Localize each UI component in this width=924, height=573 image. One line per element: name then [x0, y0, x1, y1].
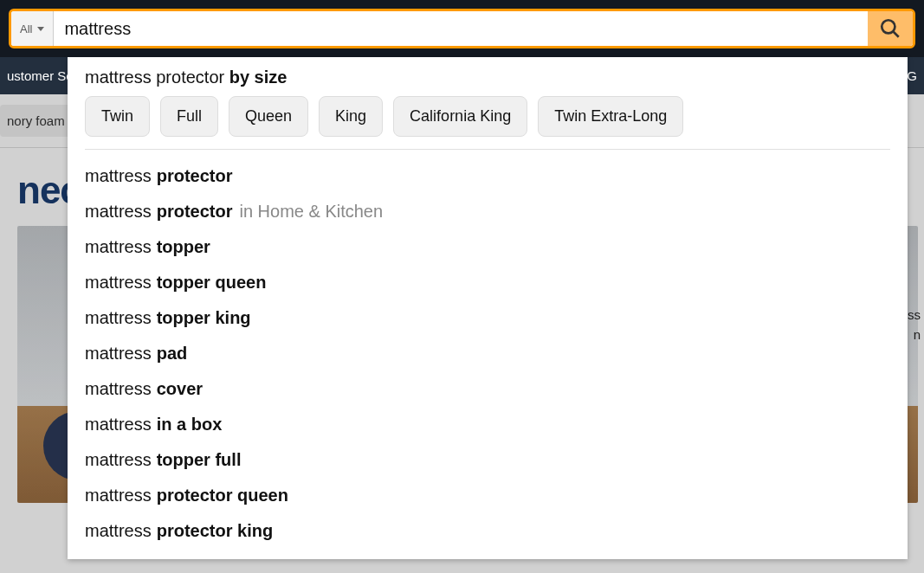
- chevron-down-icon: [37, 27, 44, 31]
- svg-point-0: [882, 20, 895, 33]
- suggestions-header: mattress protector by size: [85, 68, 890, 87]
- suggestions-divider: [85, 149, 890, 150]
- search-icon: [879, 17, 901, 40]
- size-chips-row: Twin Full Queen King California King Twi…: [85, 96, 890, 137]
- suggestion-item[interactable]: mattress topper: [85, 229, 890, 265]
- search-category-dropdown[interactable]: All: [11, 11, 54, 46]
- size-chip-king[interactable]: King: [319, 96, 383, 137]
- suggestion-item[interactable]: mattress topper queen: [85, 265, 890, 300]
- suggestion-item[interactable]: mattress topper full: [85, 442, 890, 478]
- suggestion-item[interactable]: mattress protector: [85, 158, 890, 194]
- search-bar: All: [9, 9, 915, 48]
- suggestion-item[interactable]: mattress protector queen: [85, 478, 890, 513]
- suggestions-header-bold: by size: [229, 68, 288, 87]
- suggestion-item[interactable]: mattress in a box: [85, 407, 890, 442]
- search-button[interactable]: [868, 11, 913, 46]
- search-category-label: All: [20, 23, 32, 35]
- search-input[interactable]: [54, 11, 868, 46]
- suggestion-item[interactable]: mattress topper king: [85, 300, 890, 336]
- size-chip-california-king[interactable]: California King: [393, 96, 527, 137]
- size-chip-twin-xl[interactable]: Twin Extra-Long: [538, 96, 683, 137]
- suggestions-list: mattress protector mattress protector in…: [85, 158, 890, 549]
- size-chip-queen[interactable]: Queen: [229, 96, 308, 137]
- size-chip-twin[interactable]: Twin: [85, 96, 150, 137]
- header-bar: All: [0, 0, 924, 57]
- suggestion-item[interactable]: mattress protector in Home & Kitchen: [85, 194, 890, 229]
- suggestion-item[interactable]: mattress protector king: [85, 513, 890, 549]
- svg-line-1: [893, 31, 899, 37]
- search-suggestions-dropdown: mattress protector by size Twin Full Que…: [68, 57, 908, 559]
- suggestion-item[interactable]: mattress cover: [85, 371, 890, 407]
- suggestion-item[interactable]: mattress pad: [85, 336, 890, 371]
- size-chip-full[interactable]: Full: [160, 96, 218, 137]
- nav-item-customer-service[interactable]: ustomer Se: [7, 68, 74, 83]
- suggestions-header-normal: mattress protector: [85, 68, 229, 87]
- nav-item-right[interactable]: G: [907, 68, 917, 83]
